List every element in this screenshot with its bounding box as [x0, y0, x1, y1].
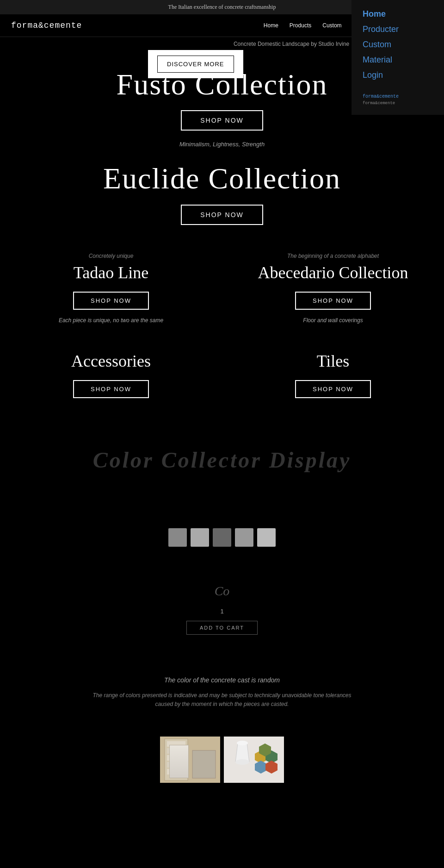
accessories-shop-now-button[interactable]: SHOP NOW [73, 380, 149, 398]
abecedario-title: Abecedario Collection [258, 263, 408, 282]
color-swatch [257, 528, 276, 547]
tiles-col: Tiles SHOP NOW [222, 337, 444, 419]
gallery-image-right-svg [224, 737, 284, 783]
color-collector-title: Color Collector Display [18, 447, 426, 473]
product-area: 1 ADD TO CART [18, 602, 426, 639]
tadao-desc: Concretely unique [89, 253, 134, 259]
fusto-tagline: Minimalism, Lightness, Strength [18, 141, 426, 148]
fusto-shop-now-button[interactable]: SHOP NOW [181, 110, 263, 131]
info-section: The color of the concrete cast is random… [0, 649, 444, 737]
nav-home[interactable]: Home [264, 22, 278, 29]
tadao-shop-now-button[interactable]: SHOP NOW [73, 292, 149, 310]
accessories-title: Accessories [71, 351, 151, 371]
dropdown-panel: DISCOVER MORE [148, 50, 243, 78]
info-title: The color of the concrete cast is random [92, 676, 352, 684]
image-gallery [0, 737, 444, 801]
gallery-image-right [224, 737, 284, 783]
euclide-title: Euclide Collection [18, 162, 426, 195]
side-menu-logo: forma&cemente [363, 94, 433, 99]
svg-point-10 [237, 741, 248, 745]
side-menu-home[interactable]: Home [363, 9, 433, 19]
nav-products[interactable]: Products [290, 22, 311, 29]
tadao-abecedario-row: Concretely unique Tadao Line SHOP NOW Ea… [0, 239, 444, 337]
top-bar-message: The Italian excellence of concrete craft… [168, 4, 276, 11]
color-swatch [191, 528, 209, 547]
abecedario-col: The beginning of a concrete alphabet Abe… [222, 239, 444, 337]
color-display-area [18, 491, 426, 584]
nav-custom[interactable]: Custom [322, 22, 341, 29]
abecedario-desc: The beginning of a concrete alphabet [287, 253, 379, 259]
side-menu-materials[interactable]: Material [363, 55, 433, 65]
tadao-col: Concretely unique Tadao Line SHOP NOW Ea… [0, 239, 222, 337]
add-to-cart-button[interactable]: ADD TO CART [186, 621, 258, 635]
abecedario-shop-now-button[interactable]: SHOP NOW [295, 292, 371, 310]
svg-rect-7 [192, 750, 216, 778]
gallery-image-left [160, 737, 220, 783]
svg-rect-5 [167, 762, 185, 768]
color-swatch [168, 528, 187, 547]
side-menu-login[interactable]: Login [363, 70, 433, 80]
co-text-fragment: Co [18, 584, 426, 599]
side-menu-products[interactable]: Produc‌ter [363, 25, 433, 34]
accessories-col: Accessories SHOP NOW [0, 337, 222, 419]
svg-rect-2 [167, 741, 185, 747]
tadao-title: Tadao Line [74, 263, 148, 282]
tadao-subdesc: Each piece is unique, no two are the sam… [59, 317, 163, 324]
side-menu: Home Produc‌ter Custom Material Login fo… [352, 0, 444, 115]
svg-rect-4 [167, 755, 185, 761]
svg-point-11 [235, 759, 249, 765]
info-desc: The range of colors presented is indicat… [92, 691, 352, 709]
discover-more-button[interactable]: DISCOVER MORE [157, 56, 234, 73]
tiles-title: Tiles [317, 351, 350, 371]
color-swatch [235, 528, 253, 547]
tiles-shop-now-button[interactable]: SHOP NOW [295, 380, 371, 398]
svg-rect-3 [167, 748, 185, 754]
color-collector-section: Color Collector Display Co 1 ADD TO CART [0, 419, 444, 649]
bottom-spacer [0, 801, 444, 868]
svg-rect-6 [167, 769, 185, 774]
euclide-shop-now-button[interactable]: SHOP NOW [181, 205, 263, 225]
side-menu-breadcrumb: forma&cemente [363, 101, 433, 106]
abecedario-subdesc: Floor and wall coverings [303, 317, 363, 324]
quantity-value: 1 [220, 608, 223, 615]
logo: forma&cemente [11, 21, 82, 30]
gallery-image-left-svg [160, 737, 220, 783]
accessories-tiles-row: Accessories SHOP NOW Tiles SHOP NOW [0, 337, 444, 419]
color-swatch [213, 528, 231, 547]
euclide-section: Euclide Collection SHOP NOW [0, 155, 444, 238]
side-menu-custom[interactable]: Custom [363, 40, 433, 50]
